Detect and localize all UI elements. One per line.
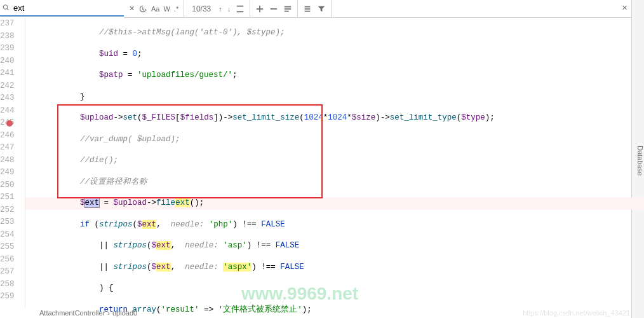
- code-line: $ext = $upload->fileext();: [25, 197, 644, 210]
- editor: 237 238 239 240 241 242 243 244 245 246 …: [0, 18, 631, 308]
- select-all-icon[interactable]: [236, 4, 245, 13]
- breadcrumb-item[interactable]: AttachmentController: [39, 309, 105, 317]
- case-toggle[interactable]: Aa: [151, 5, 159, 13]
- find-toolbar: ✕ Aa W .* 10/33 ↑ ↓ ✕: [124, 0, 631, 18]
- line-number: 245: [0, 117, 15, 130]
- breadcrumb[interactable]: AttachmentController › upload0: [37, 308, 137, 318]
- line-number: 244: [0, 105, 15, 118]
- code-line: //die();: [25, 155, 644, 167]
- line-number: 249: [0, 167, 15, 179]
- line-number: 239: [0, 43, 15, 55]
- match-counter: 10/33: [189, 4, 213, 13]
- code-line: $patp = 'uploadfiles/guest/';: [25, 69, 644, 82]
- code-line: ) {: [25, 282, 644, 295]
- line-number: 254: [0, 229, 15, 242]
- line-number: 242: [0, 80, 15, 93]
- history-icon[interactable]: [138, 4, 147, 13]
- settings-icon[interactable]: [303, 4, 312, 13]
- clear-icon[interactable]: ✕: [129, 4, 135, 13]
- word-toggle[interactable]: W: [163, 5, 170, 13]
- search-icon: [3, 3, 10, 13]
- chevron-right-icon: ›: [107, 309, 110, 317]
- select-occurrences-icon[interactable]: [283, 4, 292, 13]
- breakpoint-icon[interactable]: [6, 120, 13, 127]
- line-number: 257: [0, 266, 15, 279]
- code-line: $uid = 0;: [25, 48, 644, 61]
- code-line: //$this->attMsg(lang('att-0'), $stype);: [25, 27, 644, 39]
- line-number: 259: [0, 291, 15, 303]
- code-line: }: [25, 91, 644, 104]
- line-number: 237: [0, 18, 15, 31]
- line-number: 238: [0, 31, 15, 43]
- line-number: 256: [0, 254, 15, 266]
- line-number: 251: [0, 191, 15, 204]
- filter-icon[interactable]: [317, 4, 326, 13]
- line-number: 253: [0, 216, 15, 229]
- line-number: 258: [0, 279, 15, 291]
- code-line: $upload->set($_FILES[$fields])->set_limi…: [25, 112, 644, 125]
- code-area[interactable]: //$this->attMsg(lang('att-0'), $stype); …: [25, 18, 644, 308]
- line-number: 241: [0, 67, 15, 80]
- code-line: //var_dump( $upload);: [25, 134, 644, 146]
- add-selection-icon[interactable]: [255, 4, 264, 13]
- gutter: 237 238 239 240 241 242 243 244 245 246 …: [0, 18, 25, 308]
- breadcrumb-item[interactable]: upload0: [112, 309, 137, 317]
- line-number: 243: [0, 92, 15, 105]
- remove-selection-icon[interactable]: [269, 4, 278, 13]
- close-icon[interactable]: ✕: [622, 4, 627, 12]
- line-number: 246: [0, 130, 15, 142]
- prev-match-icon[interactable]: ↑: [218, 5, 222, 13]
- line-number: 250: [0, 179, 15, 192]
- line-number: 240: [0, 55, 15, 68]
- line-number: 248: [0, 155, 15, 167]
- line-number: 252: [0, 204, 15, 217]
- code-line: || stripos($ext, needle: 'aspx') !== FAL…: [25, 261, 644, 274]
- code-line: if (stripos($ext, needle: 'php') !== FAL…: [25, 219, 644, 232]
- line-number: 255: [0, 241, 15, 254]
- search-bar: [0, 0, 124, 17]
- code-line: //设置路径和名称: [25, 176, 644, 189]
- line-number: 247: [0, 142, 15, 155]
- next-match-icon[interactable]: ↓: [227, 5, 231, 13]
- code-line: || stripos($ext, needle: 'asp') !== FALS…: [25, 240, 644, 252]
- search-input[interactable]: [12, 2, 121, 14]
- regex-toggle[interactable]: .*: [174, 5, 178, 13]
